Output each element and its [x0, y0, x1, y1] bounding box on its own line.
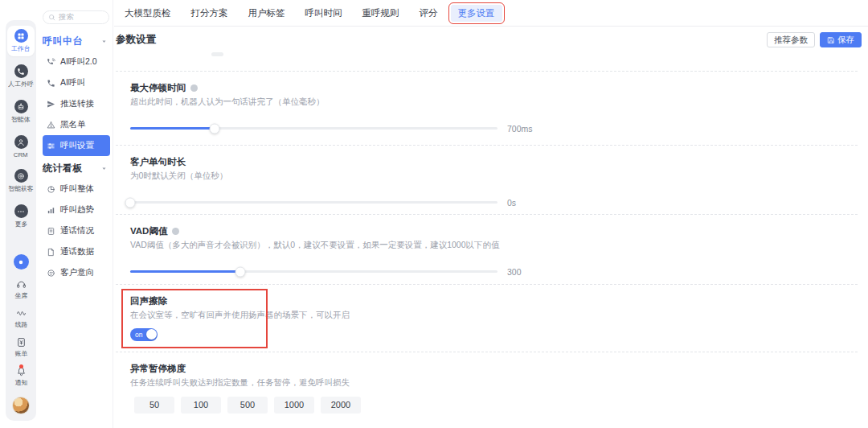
- sidebar-item-talk-status[interactable]: 通话情况: [43, 220, 110, 241]
- sidebar-group-header[interactable]: 统计看板: [43, 161, 108, 175]
- sidebar-item-label: 呼叫趋势: [60, 204, 94, 216]
- sidebar: 搜索 呼叫中台 AI呼叫2.0AI呼叫推送转接黑名单呼叫设置统计看板 呼叫整体呼…: [36, 0, 113, 428]
- slider-handle[interactable]: [235, 266, 246, 277]
- slider-row: 0s: [130, 198, 858, 208]
- sidebar-item-label: AI呼叫: [60, 77, 85, 88]
- sidebar-item-label: 呼叫整体: [60, 183, 94, 195]
- appbar-item-label: 坐席: [14, 291, 27, 300]
- settings-tabbar: 大模型质检打分方案用户标签呼叫时间重呼规则评分更多设置: [114, 0, 868, 27]
- option-500-button[interactable]: 500: [227, 397, 268, 414]
- sidebar-item-label: 推送转接: [60, 98, 94, 109]
- tab-5[interactable]: 重呼规则: [355, 5, 407, 22]
- appbar-item-agent[interactable]: 智能体: [7, 97, 35, 127]
- sidebar-item-push-transfer[interactable]: 推送转接: [43, 93, 110, 114]
- info-icon[interactable]: [172, 228, 179, 235]
- pie-icon: [47, 185, 55, 194]
- sidebar-item-ai-call-2[interactable]: AI呼叫2.0: [43, 51, 110, 72]
- sidebar-item-call-trend[interactable]: 呼叫趋势: [43, 200, 110, 220]
- sidebar-item-intent[interactable]: 客户意向: [43, 262, 110, 283]
- sidebar-item-label: 通话情况: [60, 225, 94, 237]
- slider-value: 300: [507, 267, 522, 277]
- slider-value: 700ms: [507, 124, 533, 134]
- settings-sections: 最大停顿时间 超出此时间，机器人认为一句话讲完了（单位毫秒） 700ms 客户单…: [116, 71, 858, 428]
- sidebar-item-call-overview[interactable]: 呼叫整体: [43, 179, 110, 200]
- sidebar-group-title: 统计看板: [43, 162, 83, 175]
- warning-icon: [47, 121, 55, 130]
- appbar-item-seats[interactable]: 坐席: [14, 279, 28, 301]
- save-button[interactable]: 保存: [820, 32, 862, 47]
- sidebar-item-ai-call[interactable]: AI呼叫: [43, 72, 110, 93]
- sidebar-group-header[interactable]: 呼叫中台: [43, 34, 108, 48]
- scrolled-content-remnant: [211, 52, 223, 56]
- main-panel: 大模型质检打分方案用户标签呼叫时间重呼规则评分更多设置 参数设置 推荐参数 保存…: [114, 0, 868, 428]
- option-50-button[interactable]: 50: [134, 397, 174, 414]
- slider-value: 0s: [507, 198, 516, 208]
- user-avatar[interactable]: [12, 397, 30, 414]
- tab-4[interactable]: 呼叫时间: [298, 5, 350, 22]
- appbar-item-label: 线路: [14, 320, 27, 329]
- send-icon: [47, 100, 55, 109]
- appbar-item-manual-call[interactable]: 人工外呼: [7, 61, 35, 92]
- appbar-item-label: CRM: [14, 150, 28, 158]
- smiley-icon: [47, 269, 55, 278]
- option-100-button[interactable]: 100: [181, 397, 221, 414]
- search-placeholder: 搜索: [59, 12, 74, 23]
- option-1000-button[interactable]: 1000: [274, 397, 314, 414]
- person-icon: [17, 138, 25, 146]
- app-iconbar: 工作台 人工外呼 智能体 CRM 智能获客 更多 坐席 线路 账单 通知: [6, 20, 36, 421]
- appbar-item-acquisition[interactable]: 智能获客: [7, 166, 35, 196]
- save-icon: [827, 36, 835, 44]
- assistant-button[interactable]: [14, 254, 29, 270]
- sidebar-item-call-settings[interactable]: 呼叫设置: [43, 135, 110, 156]
- echo-cancellation-toggle[interactable]: on: [130, 328, 158, 341]
- section-echo-cancellation: 回声擦除 在会议室等，空旷有回声并使用扬声器的场景下，可以开启 on: [116, 285, 858, 352]
- section-max-pause-duration: 最大停顿时间 超出此时间，机器人认为一句话讲完了（单位毫秒） 700ms: [116, 72, 858, 146]
- sidebar-group-title: 呼叫中台: [43, 35, 83, 48]
- tab-6[interactable]: 评分: [412, 5, 445, 22]
- appbar-item-label: 工作台: [11, 44, 30, 53]
- slider-row: 700ms: [130, 124, 858, 134]
- slider-handle[interactable]: [125, 197, 136, 208]
- appbar-item-label: 人工外呼: [8, 80, 33, 88]
- section-title: 最大停顿时间: [130, 82, 186, 94]
- sidebar-item-talk-data[interactable]: 通话数据: [43, 241, 110, 262]
- toggle-state-label: on: [135, 331, 142, 339]
- appbar-item-workbench[interactable]: 工作台: [7, 26, 35, 56]
- appbar-item-notice[interactable]: 通知: [14, 366, 28, 388]
- sliders-icon: [47, 142, 55, 150]
- appbar-item-more[interactable]: 更多: [7, 201, 35, 232]
- sidebar-item-blacklist[interactable]: 黑名单: [43, 114, 110, 135]
- max-pause-duration-slider[interactable]: [130, 127, 497, 130]
- info-icon[interactable]: [190, 84, 198, 92]
- appbar-item-lines[interactable]: 线路: [14, 308, 28, 330]
- search-input[interactable]: 搜索: [43, 10, 109, 24]
- notification-badge: [19, 364, 23, 368]
- tab-3[interactable]: 用户标签: [241, 5, 293, 22]
- sidebar-item-label: 呼叫设置: [60, 140, 94, 151]
- appbar-item-billing[interactable]: 账单: [14, 337, 28, 359]
- customer-sentence-duration-slider[interactable]: [130, 201, 497, 204]
- appbar-item-label: 更多: [14, 220, 27, 228]
- tab-7-active[interactable]: 更多设置: [451, 5, 502, 22]
- appbar-item-crm[interactable]: CRM: [7, 132, 35, 161]
- sidebar-item-label: 黑名单: [60, 119, 86, 130]
- section-description: 在会议室等，空旷有回声并使用扬声器的场景下，可以开启: [130, 311, 858, 320]
- recommend-params-button[interactable]: 推荐参数: [767, 32, 815, 47]
- target-icon: [17, 172, 25, 180]
- search-icon: [48, 14, 55, 21]
- tab-1[interactable]: 大模型质检: [117, 5, 178, 22]
- section-title: VAD阈值: [130, 225, 167, 237]
- grid-icon: [17, 32, 25, 40]
- section-abnormal-pause-gradient: 异常暂停梯度 任务连续呼叫失败达到指定数量，任务暂停，避免呼叫损失5010050…: [116, 352, 858, 428]
- appbar-item-label: 智能体: [11, 115, 30, 124]
- vad-threshold-slider[interactable]: [130, 270, 497, 273]
- doc-icon: [47, 227, 55, 236]
- section-description: 超出此时间，机器人认为一句话讲完了（单位毫秒）: [130, 97, 858, 107]
- slider-handle[interactable]: [210, 123, 220, 134]
- more-icon: [17, 208, 25, 216]
- chevron-down-icon: [100, 38, 108, 45]
- option-2000-button[interactable]: 2000: [321, 397, 361, 414]
- bill-icon: [16, 337, 27, 348]
- tab-2[interactable]: 打分方案: [184, 5, 235, 22]
- phone-icon: [47, 79, 55, 88]
